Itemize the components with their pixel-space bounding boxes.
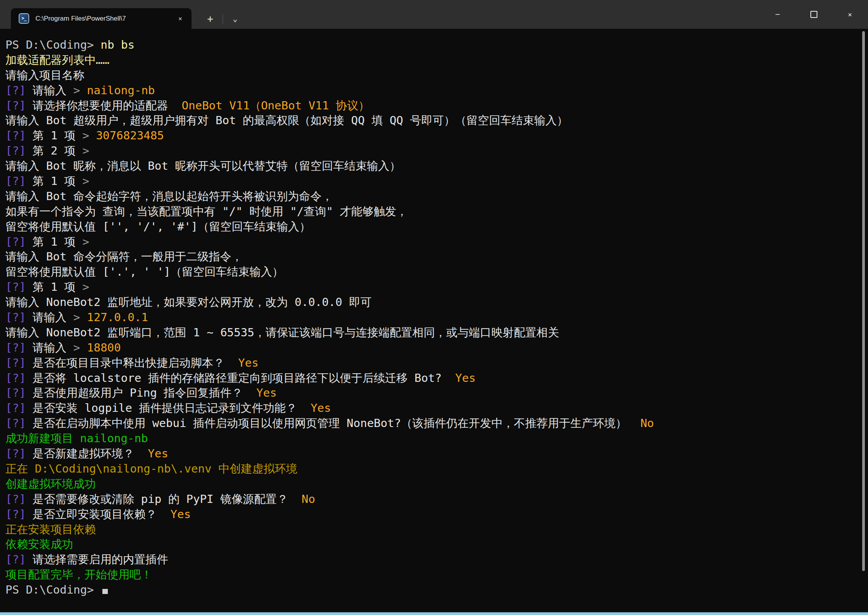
terminal-line: [?] 第 2 项 >: [5, 143, 868, 158]
terminal-line: [?] 请选择你想要使用的适配器 OneBot V11（OneBot V11 协…: [5, 98, 868, 113]
scrollbar[interactable]: [862, 31, 865, 571]
terminal-line: [?] 请输入 > 127.0.0.1: [5, 310, 868, 325]
tab-title: C:\Program Files\PowerShell\7: [35, 15, 174, 23]
maximize-icon: [810, 11, 817, 18]
terminal-line: 依赖安装成功: [5, 537, 868, 552]
terminal-line: PS D:\Coding> nb bs: [5, 37, 868, 53]
terminal-line: [?] 是否新建虚拟环境？ Yes: [5, 446, 868, 461]
terminal-line: 请输入 NoneBot2 监听端口，范围 1 ~ 65535，请保证该端口号与连…: [5, 325, 868, 340]
window-controls: ─ ✕: [759, 0, 868, 29]
terminal-line: 成功新建项目 nailong-nb: [5, 431, 868, 446]
terminal-line: [?] 第 1 项 >: [5, 279, 868, 295]
terminal-line: [?] 是否需要修改或清除 pip 的 PyPI 镜像源配置？ No: [5, 492, 868, 507]
terminal-line: 请输入 Bot 命令起始字符，消息以起始符开头将被识别为命令，: [5, 189, 868, 204]
chevron-down-icon: ⌄: [233, 14, 237, 23]
titlebar-divider: [223, 14, 223, 24]
maximize-button[interactable]: [796, 0, 832, 29]
terminal-line: 项目配置完毕，开始使用吧！: [5, 567, 868, 582]
terminal-line: [?] 请输入 > nailong-nb: [5, 83, 868, 98]
tab-powershell[interactable]: >_ C:\Program Files\PowerShell\7 ✕: [11, 8, 192, 29]
terminal-line: 加载适配器列表中……: [5, 53, 868, 68]
plus-icon: +: [207, 13, 213, 25]
tab-close-button[interactable]: ✕: [174, 12, 187, 25]
powershell-icon: >_: [19, 13, 29, 24]
minimize-icon: ─: [775, 11, 779, 18]
close-button[interactable]: ✕: [832, 0, 868, 29]
terminal-line: 留空将使用默认值 ['', '/', '#']（留空回车结束输入）: [5, 219, 868, 234]
terminal-line: 如果有一个指令为 查询，当该配置项中有 "/" 时使用 "/查询" 才能够触发，: [5, 204, 868, 219]
terminal-output[interactable]: PS D:\Coding> nb bs加载适配器列表中……请输入项目名称[?] …: [0, 29, 868, 612]
terminal-line: 正在安装项目依赖: [5, 522, 868, 537]
terminal-line: 留空将使用默认值 ['.', ' ']（留空回车结束输入）: [5, 264, 868, 279]
background-window-edge: [0, 612, 868, 615]
terminal-line: [?] 第 1 项 > 3076823485: [5, 128, 868, 143]
terminal-line: 请输入 Bot 昵称，消息以 Bot 昵称开头可以代替艾特（留空回车结束输入）: [5, 158, 868, 174]
terminal-line: 请输入项目名称: [5, 68, 868, 83]
terminal-line: [?] 第 1 项 >: [5, 234, 868, 250]
terminal-line: [?] 是否使用超级用户 Ping 指令回复插件？ Yes: [5, 385, 868, 401]
terminal-line: [?] 是否在项目目录中释出快捷启动脚本？ Yes: [5, 355, 868, 371]
terminal-line: [?] 请输入 > 18800: [5, 340, 868, 355]
terminal-line: [?] 是否安装 logpile 插件提供日志记录到文件功能？ Yes: [5, 401, 868, 416]
terminal-line: 创建虚拟环境成功: [5, 476, 868, 492]
minimize-button[interactable]: ─: [759, 0, 796, 29]
close-icon: ✕: [178, 15, 182, 22]
tab-dropdown-button[interactable]: ⌄: [227, 11, 244, 26]
terminal-line: [?] 第 1 项 >: [5, 174, 868, 189]
terminal-line: 请输入 NoneBot2 监听地址，如果要对公网开放，改为 0.0.0.0 即可: [5, 295, 868, 310]
terminal-line: [?] 是否在启动脚本中使用 webui 插件启动项目以使用网页管理 NoneB…: [5, 416, 868, 431]
terminal-line: [?] 是否将 localstore 插件的存储路径重定向到项目路径下以便于后续…: [5, 371, 868, 386]
close-icon: ✕: [848, 11, 852, 18]
title-bar: >_ C:\Program Files\PowerShell\7 ✕ + ⌄ ─…: [0, 0, 868, 29]
text-cursor: [102, 589, 108, 594]
terminal-line: 请输入 Bot 命令分隔符，一般用于二级指令，: [5, 249, 868, 264]
terminal-line: [?] 请选择需要启用的内置插件: [5, 552, 868, 567]
terminal-window: >_ C:\Program Files\PowerShell\7 ✕ + ⌄ ─…: [0, 0, 868, 615]
terminal-line: [?] 是否立即安装项目依赖？ Yes: [5, 507, 868, 522]
new-tab-button[interactable]: +: [202, 11, 219, 26]
terminal-line: 正在 D:\Coding\nailong-nb\.venv 中创建虚拟环境: [5, 461, 868, 476]
terminal-line: PS D:\Coding>: [5, 582, 868, 597]
terminal-line: 请输入 Bot 超级用户，超级用户拥有对 Bot 的最高权限（如对接 QQ 填 …: [5, 113, 868, 128]
